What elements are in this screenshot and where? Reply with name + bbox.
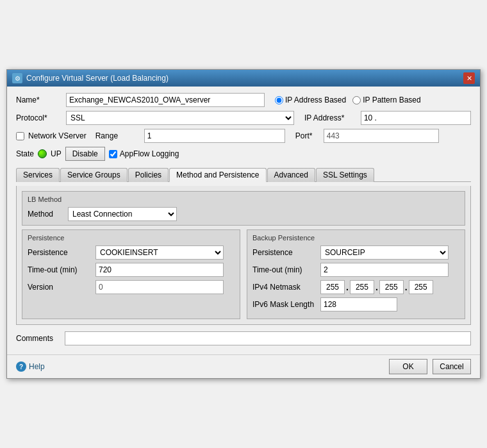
network-vserver-checkbox[interactable]	[16, 132, 24, 140]
tab-policies[interactable]: Policies	[128, 168, 169, 182]
bottom-buttons: OK Cancel	[389, 359, 471, 374]
ip-address-based-radio[interactable]: IP Address Based	[275, 95, 346, 104]
ok-button[interactable]: OK	[389, 359, 427, 374]
network-vserver-group: Network VServer Range	[16, 129, 285, 143]
ipv4-oct1-input[interactable]	[320, 280, 345, 294]
title-bar: ⚙ Configure Virtual Server (Load Balanci…	[7, 70, 480, 87]
backup-persistence-type-select[interactable]: SOURCEIP NONE COOKIEINSERT	[320, 245, 449, 260]
ipv4-oct4-input[interactable]	[409, 280, 433, 294]
lb-method-title: LB Method	[28, 195, 459, 203]
port-label: Port*	[295, 131, 318, 140]
state-value: UP	[51, 149, 62, 158]
backup-persistence-title: Backup Persistence	[252, 234, 459, 242]
ip-dot-2: .	[376, 282, 378, 292]
name-label: Name*	[16, 95, 61, 104]
persistence-type-label: Persistence	[28, 248, 92, 257]
title-bar-left: ⚙ Configure Virtual Server (Load Balanci…	[12, 73, 169, 83]
protocol-label: Protocol*	[16, 113, 61, 122]
ip-dot-1: .	[346, 282, 349, 292]
range-label: Range	[95, 131, 140, 140]
window-icon: ⚙	[12, 73, 22, 83]
ipv6-mask-label: IPv6 Mask Length	[252, 300, 317, 309]
cancel-button[interactable]: Cancel	[433, 359, 471, 374]
persistence-timeout-row: Time-out (min)	[28, 263, 235, 277]
persistence-sections: Persistence Persistence COOKIEINSERT SOU…	[22, 229, 465, 319]
state-row: State UP Disable AppFlow Logging	[16, 147, 471, 161]
disable-button[interactable]: Disable	[65, 147, 105, 161]
network-port-row: Network VServer Range Port*	[16, 129, 471, 143]
tab-advanced[interactable]: Advanced	[267, 168, 315, 182]
name-row: Name* IP Address Based IP Pattern Based	[16, 93, 471, 107]
persistence-type-row: Persistence COOKIEINSERT SOURCEIP NONE C…	[28, 245, 235, 260]
method-row: Method Least Connection Round Robin Leas…	[28, 207, 459, 221]
backup-timeout-row: Time-out (min)	[252, 263, 459, 277]
ip-type-group: IP Address Based IP Pattern Based	[275, 95, 421, 104]
network-vserver-label: Network VServer	[28, 131, 87, 140]
tab-service-groups[interactable]: Service Groups	[60, 168, 128, 182]
ipv4-netmask-row: IPv4 Netmask . . .	[252, 280, 459, 294]
help-label: Help	[29, 362, 45, 371]
configure-virtual-server-window: ⚙ Configure Virtual Server (Load Balanci…	[6, 69, 481, 379]
state-label: State	[16, 149, 34, 158]
ip-pattern-based-radio[interactable]: IP Pattern Based	[352, 95, 421, 104]
window-title: Configure Virtual Server (Load Balancing…	[26, 74, 169, 83]
ip-dot-3: .	[405, 282, 408, 292]
tab-services[interactable]: Services	[16, 168, 60, 182]
persistence-version-input[interactable]	[95, 280, 224, 294]
comments-input[interactable]	[65, 331, 471, 345]
appflow-group: AppFlow Logging	[109, 149, 179, 158]
ip-address-input[interactable]	[361, 111, 471, 125]
tab-method-persistence[interactable]: Method and Persistence	[169, 168, 266, 182]
ipv4-oct3-input[interactable]	[379, 280, 404, 294]
ip-pattern-based-label: IP Pattern Based	[363, 95, 421, 104]
state-indicator	[38, 149, 47, 158]
backup-persistence-type-row: Persistence SOURCEIP NONE COOKIEINSERT	[252, 245, 459, 260]
main-content: Name* IP Address Based IP Pattern Based …	[7, 87, 480, 354]
tab-bar: Services Service Groups Policies Method …	[16, 167, 471, 182]
backup-persistence-section: Backup Persistence Persistence SOURCEIP …	[247, 229, 465, 319]
help-icon: ?	[16, 361, 26, 372]
backup-persistence-type-label: Persistence	[252, 248, 317, 257]
persistence-section: Persistence Persistence COOKIEINSERT SOU…	[22, 229, 240, 319]
persistence-version-row: Version	[28, 280, 235, 294]
backup-timeout-label: Time-out (min)	[252, 265, 317, 274]
persistence-timeout-input[interactable]	[95, 263, 224, 277]
ipv6-mask-input[interactable]	[320, 297, 397, 311]
ipv4-netmask-group: . . .	[320, 280, 433, 294]
ipv4-oct2-input[interactable]	[350, 280, 374, 294]
ip-address-label: IP Address*	[304, 113, 356, 122]
comments-label: Comments	[16, 334, 61, 343]
appflow-checkbox[interactable]	[109, 150, 117, 158]
bottom-bar: ? Help OK Cancel	[7, 354, 480, 378]
close-button[interactable]: ✕	[463, 72, 475, 84]
ipv6-mask-row: IPv6 Mask Length	[252, 297, 459, 311]
port-input[interactable]	[324, 129, 439, 143]
ipv4-netmask-label: IPv4 Netmask	[252, 283, 317, 292]
protocol-row: Protocol* SSL HTTP HTTPS TCP UDP IP Addr…	[16, 111, 471, 125]
method-label: Method	[28, 210, 63, 219]
backup-timeout-input[interactable]	[320, 263, 449, 277]
persistence-title: Persistence	[28, 234, 235, 242]
ip-address-based-label: IP Address Based	[285, 95, 346, 104]
persistence-timeout-label: Time-out (min)	[28, 265, 92, 274]
persistence-version-label: Version	[28, 283, 92, 292]
range-input[interactable]	[144, 129, 285, 143]
appflow-label: AppFlow Logging	[120, 149, 179, 158]
lb-method-section: LB Method Method Least Connection Round …	[22, 191, 465, 226]
tab-content-method-persistence: LB Method Method Least Connection Round …	[16, 186, 471, 325]
method-select[interactable]: Least Connection Round Robin Least Respo…	[68, 207, 177, 221]
protocol-select[interactable]: SSL HTTP HTTPS TCP UDP	[66, 111, 294, 125]
persistence-type-select[interactable]: COOKIEINSERT SOURCEIP NONE COOKIESESSION	[95, 245, 224, 260]
tab-ssl-settings[interactable]: SSL Settings	[316, 168, 374, 182]
comments-row: Comments	[16, 329, 471, 348]
name-input[interactable]	[66, 93, 265, 107]
help-link[interactable]: ? Help	[16, 361, 45, 372]
